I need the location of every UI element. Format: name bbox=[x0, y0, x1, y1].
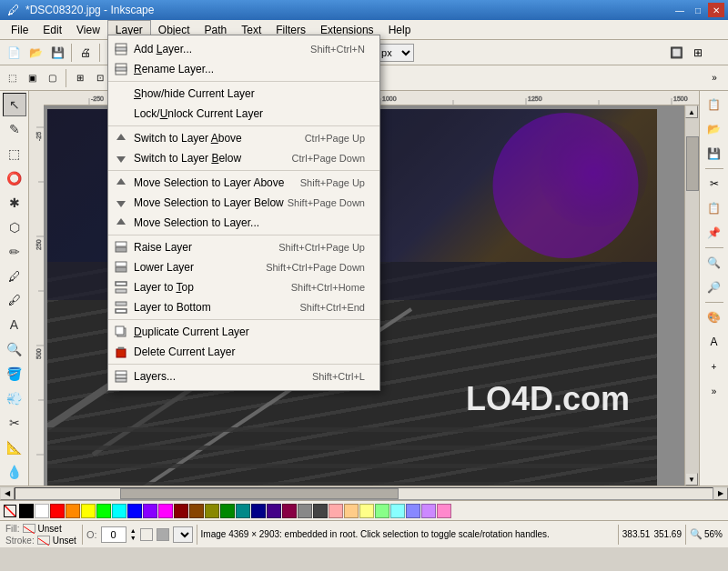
color-magenta[interactable] bbox=[158, 504, 173, 518]
color-blue[interactable] bbox=[127, 504, 142, 518]
color-lightcyan[interactable] bbox=[390, 504, 405, 518]
opacity-spinner[interactable]: ▲▼ bbox=[130, 527, 136, 542]
tool-text[interactable]: A bbox=[3, 313, 26, 336]
rt-text[interactable]: A bbox=[703, 330, 726, 354]
rt-fill[interactable]: 🎨 bbox=[703, 306, 726, 329]
tool-dropper[interactable]: 💧 bbox=[3, 460, 26, 484]
color-navy[interactable] bbox=[251, 504, 266, 518]
rt-cut[interactable]: ✂ bbox=[703, 172, 726, 195]
opacity-input[interactable] bbox=[101, 526, 126, 543]
color-lightyellow[interactable] bbox=[359, 504, 374, 518]
align-left[interactable]: ⊞ bbox=[72, 70, 88, 86]
no-color-swatch[interactable] bbox=[4, 505, 16, 517]
menu-move-sel-above[interactable]: Move Selection to Layer Above Shift+Page… bbox=[108, 173, 379, 193]
color-lime[interactable] bbox=[96, 504, 111, 518]
color-maroon[interactable] bbox=[282, 504, 297, 518]
rt-zoom-in[interactable]: 🔍 bbox=[703, 251, 726, 275]
color-olive[interactable] bbox=[205, 504, 219, 518]
tool-connector[interactable]: 📐 bbox=[3, 436, 26, 459]
color-pink[interactable] bbox=[437, 504, 451, 518]
menu-delete-layer[interactable]: Delete Current Layer bbox=[108, 342, 379, 362]
unit-select[interactable]: px mm cm in bbox=[377, 44, 414, 62]
rt-zoom-out[interactable]: 🔎 bbox=[703, 275, 726, 299]
rt-save[interactable]: 💾 bbox=[703, 142, 726, 165]
hscroll-thumb[interactable] bbox=[120, 488, 399, 499]
save-button[interactable]: 💾 bbox=[47, 43, 67, 63]
color-white[interactable] bbox=[35, 504, 49, 518]
color-lavender[interactable] bbox=[421, 504, 436, 518]
color-darkgray[interactable] bbox=[313, 504, 328, 518]
color-orange[interactable] bbox=[66, 504, 80, 518]
tool-zoom[interactable]: 🔍 bbox=[3, 337, 26, 361]
color-lightblue[interactable] bbox=[406, 504, 420, 518]
menu-move-sel-below[interactable]: Move Selection to Layer Below Shift+Page… bbox=[108, 193, 379, 213]
ungroup-button[interactable]: ▢ bbox=[44, 70, 60, 86]
stroke-swatch[interactable] bbox=[37, 536, 50, 545]
align-center[interactable]: ⊡ bbox=[92, 70, 108, 86]
menu-add-layer[interactable]: Add Layer... Shift+Ctrl+N bbox=[108, 39, 379, 59]
tool-ellipse[interactable]: ⭕ bbox=[3, 166, 26, 190]
rt-more[interactable]: » bbox=[703, 379, 726, 403]
snap2-button[interactable]: ⊞ bbox=[688, 43, 708, 63]
tool-eraser[interactable]: ✂ bbox=[3, 411, 26, 435]
minimize-button[interactable]: — bbox=[672, 3, 688, 17]
vscroll-thumb[interactable] bbox=[686, 136, 699, 191]
menu-layer-to-top[interactable]: Layer to Top Shift+Ctrl+Home bbox=[108, 277, 379, 297]
maximize-button[interactable]: □ bbox=[690, 3, 706, 17]
vscroll-down[interactable]: ▼ bbox=[685, 473, 698, 486]
menu-lower-layer[interactable]: Lower Layer Shift+Ctrl+Page Down bbox=[108, 257, 379, 277]
fill-swatch[interactable] bbox=[23, 524, 35, 533]
menu-file[interactable]: File bbox=[4, 20, 35, 40]
color-teal[interactable] bbox=[236, 504, 250, 518]
tool-fill[interactable]: 🪣 bbox=[3, 362, 26, 386]
color-cyan[interactable] bbox=[112, 504, 126, 518]
color-gray[interactable] bbox=[298, 504, 312, 518]
menu-switch-above[interactable]: Switch to Layer Above Ctrl+Page Up bbox=[108, 128, 379, 148]
tool-pencil[interactable]: ✏ bbox=[3, 240, 26, 264]
menu-raise-layer[interactable]: Raise Layer Shift+Ctrl+Page Up bbox=[108, 237, 379, 257]
layer-select[interactable]: (root) bbox=[173, 526, 193, 543]
menu-show-hide-layer[interactable]: Show/hide Current Layer bbox=[108, 84, 379, 104]
tool-star[interactable]: ✱ bbox=[3, 191, 26, 215]
rt-paste[interactable]: 📌 bbox=[703, 221, 726, 245]
color-yellow[interactable] bbox=[81, 504, 96, 518]
tool-select[interactable]: ↖ bbox=[3, 93, 26, 116]
overflow-button[interactable]: » bbox=[704, 68, 724, 88]
menu-rename-layer[interactable]: Rename Layer... bbox=[108, 59, 379, 79]
menu-layer-to-bottom[interactable]: Layer to Bottom Shift+Ctrl+End bbox=[108, 297, 379, 317]
menu-move-sel-to[interactable]: Move Selection to Layer... bbox=[108, 213, 379, 233]
open-button[interactable]: 📂 bbox=[25, 43, 46, 63]
select-all-button[interactable]: ⬚ bbox=[4, 70, 20, 86]
color-brown[interactable] bbox=[189, 504, 204, 518]
color-lightpink[interactable] bbox=[329, 504, 343, 518]
tool-3d[interactable]: ⬡ bbox=[3, 215, 26, 239]
tool-spray[interactable]: 💨 bbox=[3, 386, 26, 410]
tool-rect[interactable]: ⬚ bbox=[3, 142, 26, 165]
group-button[interactable]: ▣ bbox=[24, 70, 40, 86]
vscroll-up[interactable]: ▲ bbox=[685, 105, 698, 118]
menu-edit[interactable]: Edit bbox=[35, 20, 69, 40]
tool-node[interactable]: ✎ bbox=[3, 117, 26, 141]
snap-button[interactable]: 🔲 bbox=[666, 43, 686, 63]
rt-copy[interactable]: 📋 bbox=[703, 196, 726, 220]
menu-switch-below[interactable]: Switch to Layer Below Ctrl+Page Down bbox=[108, 148, 379, 168]
color-darkgreen[interactable] bbox=[220, 504, 235, 518]
color-red[interactable] bbox=[50, 504, 65, 518]
color-darkred[interactable] bbox=[174, 504, 188, 518]
hscrollbar[interactable]: ◀ ▶ bbox=[0, 486, 728, 500]
hscroll-track[interactable] bbox=[15, 487, 713, 500]
color-violet[interactable] bbox=[143, 504, 157, 518]
rt-open[interactable]: 📂 bbox=[703, 117, 726, 141]
vscrollbar[interactable]: ▲ ▼ bbox=[684, 105, 699, 486]
hscroll-left[interactable]: ◀ bbox=[0, 487, 15, 500]
close-button[interactable]: ✕ bbox=[708, 3, 724, 17]
menu-lock-unlock-layer[interactable]: Lock/Unlock Current Layer bbox=[108, 104, 379, 124]
color-peach[interactable] bbox=[344, 504, 359, 518]
color-purple[interactable] bbox=[267, 504, 281, 518]
color-black[interactable] bbox=[19, 504, 34, 518]
hscroll-right[interactable]: ▶ bbox=[713, 487, 728, 500]
menu-view[interactable]: View bbox=[69, 20, 107, 40]
menu-duplicate-layer[interactable]: Duplicate Current Layer bbox=[108, 322, 379, 342]
new-button[interactable]: 📄 bbox=[4, 43, 24, 63]
color-lightgreen[interactable] bbox=[375, 504, 389, 518]
